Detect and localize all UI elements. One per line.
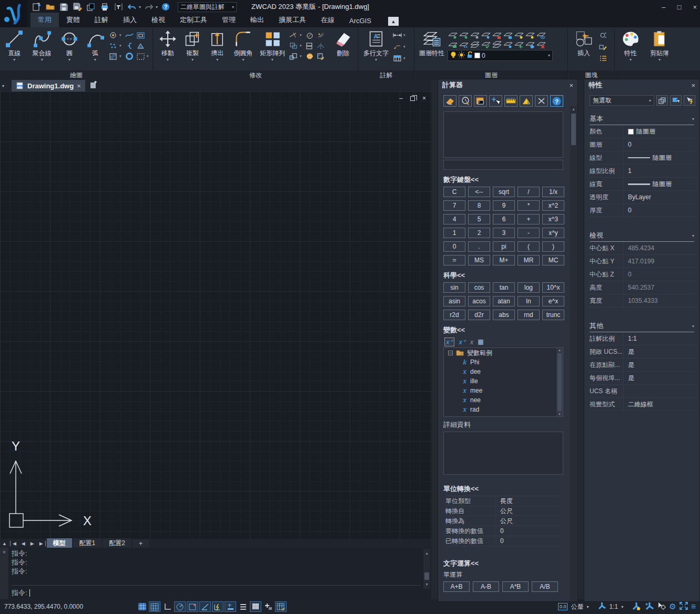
help-icon[interactable]: ? bbox=[160, 2, 171, 12]
circle-button[interactable]: 圓▾ bbox=[57, 29, 82, 62]
sci-key[interactable]: 10^x bbox=[542, 282, 564, 293]
calc-key[interactable]: 5 bbox=[468, 214, 490, 224]
lineweight-toggle-icon[interactable] bbox=[225, 601, 236, 612]
dimension-icon[interactable] bbox=[392, 31, 402, 39]
doc-close-button[interactable]: × bbox=[422, 95, 426, 102]
copy-button[interactable]: 複製▾ bbox=[180, 29, 204, 62]
mirror-icon[interactable] bbox=[316, 42, 326, 50]
calc-key[interactable]: 7 bbox=[443, 200, 465, 211]
chevron-down-icon[interactable]: ▾ bbox=[119, 44, 123, 48]
app-logo-icon[interactable] bbox=[0, 0, 27, 27]
text-operations-header[interactable]: 文字運算<< bbox=[443, 559, 570, 568]
chevron-down-icon[interactable]: ▾ bbox=[119, 54, 123, 58]
calculator-close-icon[interactable]: × bbox=[569, 81, 573, 89]
tab-arcgis[interactable]: ArcGIS bbox=[342, 14, 379, 27]
scroll-up-icon[interactable]: ▴ bbox=[572, 107, 574, 111]
redo-dropdown-icon[interactable]: ▾ bbox=[156, 5, 158, 9]
calc-key[interactable]: 1 bbox=[443, 228, 465, 238]
region-icon[interactable] bbox=[136, 42, 145, 50]
command-scrollbar[interactable]: ▴ ▾ bbox=[423, 549, 430, 589]
variable-item[interactable]: kPhi bbox=[444, 357, 563, 367]
command-window-grip[interactable]: × bbox=[0, 548, 8, 599]
text-window-icon[interactable] bbox=[113, 2, 124, 12]
layer-match-icon[interactable] bbox=[470, 40, 479, 48]
tab-layout1[interactable]: 配置1 bbox=[73, 538, 102, 548]
calc-key[interactable]: = bbox=[443, 255, 465, 265]
annotation-monitor-icon[interactable] bbox=[262, 601, 274, 612]
document-close-icon[interactable]: × bbox=[77, 82, 81, 90]
sci-key[interactable]: log bbox=[518, 282, 540, 293]
calc-key[interactable]: x^3 bbox=[542, 214, 564, 224]
chevron-down-icon[interactable]: ▾ bbox=[403, 56, 407, 60]
last-layout-icon[interactable]: ▶ bbox=[37, 541, 46, 546]
hatch-edit-icon[interactable] bbox=[316, 52, 326, 60]
delete-variable-icon[interactable]: x bbox=[470, 338, 474, 346]
scroll-down-icon[interactable]: ▾ bbox=[559, 412, 561, 416]
layer-off-icon[interactable] bbox=[448, 30, 457, 39]
tab-home[interactable]: 常用 bbox=[31, 13, 59, 27]
unit-conversion-header[interactable]: 單位轉換<< bbox=[443, 484, 570, 494]
variables-tree[interactable]: – x 變數範例 kPhi xdee xille xmee xnee xrad … bbox=[443, 347, 563, 417]
osnap-toggle-icon[interactable] bbox=[187, 601, 198, 612]
command-input[interactable]: 指令: bbox=[12, 585, 421, 597]
sun-icon[interactable] bbox=[458, 52, 465, 60]
leader-icon[interactable] bbox=[392, 43, 402, 51]
scale-icon[interactable] bbox=[289, 52, 298, 60]
unit-row[interactable]: 單位類型長度 bbox=[445, 496, 560, 506]
layer-restore-icon[interactable] bbox=[514, 40, 523, 48]
rectangle-tool-icon[interactable] bbox=[136, 31, 145, 39]
properties-palette-button[interactable]: 特性▾ bbox=[617, 29, 644, 62]
chevron-down-icon[interactable]: ▾ bbox=[300, 33, 303, 37]
minimize-button[interactable]: – bbox=[662, 3, 665, 11]
units-format-icon[interactable]: 0.0 bbox=[558, 603, 568, 610]
calculator-title-bar[interactable]: 計算器 × bbox=[438, 79, 577, 91]
auto-annotation-icon[interactable] bbox=[644, 602, 654, 612]
delete-duplicate-icon[interactable] bbox=[316, 31, 326, 39]
measure-angle-icon[interactable] bbox=[520, 95, 533, 107]
calc-key[interactable]: 3 bbox=[493, 228, 515, 238]
arc-button[interactable]: 弧▾ bbox=[83, 29, 107, 62]
fillet-button[interactable]: 倒圓角▾ bbox=[230, 29, 256, 62]
tab-output[interactable]: 輸出 bbox=[243, 13, 271, 27]
calc-key[interactable]: pi bbox=[493, 241, 515, 252]
stretch-button[interactable]: 擠出▾ bbox=[206, 29, 229, 62]
get-point-icon[interactable] bbox=[489, 95, 502, 107]
redo-icon[interactable] bbox=[143, 2, 155, 12]
edit-variable-icon[interactable]: x⁺ bbox=[459, 338, 465, 346]
tab-express-tools[interactable]: 擴展工具 bbox=[271, 13, 313, 27]
settings-gear-icon[interactable]: ⚙ bbox=[669, 602, 676, 611]
layer-copy-icon[interactable] bbox=[525, 40, 534, 48]
calc-key[interactable]: <-- bbox=[468, 187, 490, 197]
calculator-scrollbar[interactable]: ▴ bbox=[570, 106, 577, 601]
calc-key[interactable]: * bbox=[518, 200, 540, 211]
sci-key[interactable]: abs bbox=[493, 310, 515, 320]
donut-icon[interactable] bbox=[125, 52, 134, 60]
quick-select-icon[interactable] bbox=[656, 95, 668, 106]
statusbar-menu-icon[interactable]: ≡ bbox=[691, 602, 696, 611]
tab-insert[interactable]: 插入 bbox=[116, 13, 144, 27]
calc-key[interactable]: x^2 bbox=[542, 200, 564, 211]
properties-title-bar[interactable]: 特性 × bbox=[584, 79, 699, 91]
calc-key[interactable]: ) bbox=[542, 241, 564, 252]
fullscreen-icon[interactable] bbox=[679, 602, 688, 611]
undo-dropdown-icon[interactable]: ▾ bbox=[139, 5, 141, 9]
sci-key[interactable]: trunc bbox=[542, 310, 564, 320]
new-variable-icon[interactable]: x⁺ bbox=[444, 337, 454, 346]
rect-array-button[interactable]: 矩形陣列▾ bbox=[257, 29, 288, 62]
op-button[interactable]: A/B bbox=[532, 581, 558, 592]
details-box[interactable] bbox=[443, 432, 563, 475]
calc-key[interactable]: 6 bbox=[493, 214, 515, 224]
quick-properties-icon[interactable] bbox=[275, 601, 287, 612]
unit-row[interactable]: 已轉換的數值0 bbox=[445, 536, 560, 546]
maximize-button[interactable]: □ bbox=[677, 3, 682, 11]
cycle-select-icon[interactable] bbox=[237, 601, 249, 612]
calc-key[interactable]: 0 bbox=[443, 241, 465, 252]
dynamic-input-toggle-icon[interactable] bbox=[212, 601, 224, 612]
revision-cloud-icon[interactable] bbox=[108, 31, 118, 39]
calculator-display[interactable] bbox=[443, 111, 563, 158]
sci-key[interactable]: acos bbox=[468, 296, 490, 306]
next-layout-icon[interactable]: ▶ bbox=[28, 541, 36, 546]
calc-key[interactable]: ( bbox=[518, 241, 540, 252]
unit-row[interactable]: 要轉換的數值0 bbox=[445, 526, 560, 536]
first-layout-icon[interactable]: ◀ bbox=[10, 541, 18, 546]
